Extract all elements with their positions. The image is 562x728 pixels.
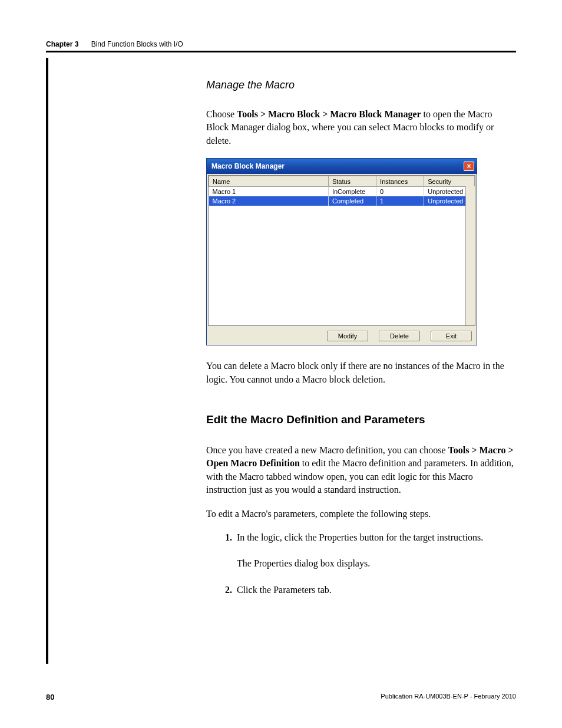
cell-status: InComplete	[328, 187, 376, 196]
table-row[interactable]: Macro 2 Completed 1 Unprotected	[209, 196, 475, 206]
step-body: Click the Parameters tab.	[237, 584, 515, 597]
subheading-manage-macro: Manage the Macro	[206, 79, 515, 91]
step-2: 2. Click the Parameters tab.	[219, 584, 515, 597]
step-body: In the logic, click the Properties butto…	[237, 531, 515, 571]
cell-instances: 1	[376, 196, 424, 206]
table-row[interactable]: Macro 1 InComplete 0 Unprotected	[209, 187, 475, 196]
delete-button[interactable]: Delete	[379, 331, 420, 341]
paragraph-steps-lead: To edit a Macro's parameters, complete t…	[206, 508, 515, 521]
modify-button[interactable]: Modify	[327, 331, 368, 341]
header-rule	[46, 51, 516, 52]
step-sub: The Properties dialog box displays.	[237, 557, 515, 570]
col-status[interactable]: Status	[328, 176, 376, 187]
grid-header-row: Name Status Instances Security	[209, 176, 475, 187]
paragraph-delete-note: You can delete a Macro block only if the…	[206, 360, 515, 386]
vertical-scrollbar[interactable]	[465, 186, 475, 325]
cell-name: Macro 1	[209, 187, 329, 196]
para1-pre: Choose	[206, 109, 237, 119]
cell-status: Completed	[328, 196, 376, 206]
step-text: Click the Parameters tab.	[237, 585, 332, 595]
cell-name: Macro 2	[209, 196, 329, 206]
page-header: Chapter 3 Bind Function Blocks with I/O	[46, 40, 516, 48]
paragraph-open-definition: Once you have created a new Macro defini…	[206, 444, 515, 497]
para3-pre: Once you have created a new Macro defini…	[206, 445, 448, 455]
col-instances[interactable]: Instances	[376, 176, 424, 187]
para1-bold: Tools > Macro Block > Macro Block Manage…	[237, 109, 421, 119]
main-content: Manage the Macro Choose Tools > Macro Bl…	[206, 79, 515, 610]
dialog-title: Macro Block Manager	[211, 162, 285, 170]
publication-info: Publication RA-UM003B-EN-P - February 20…	[381, 693, 516, 701]
col-name[interactable]: Name	[209, 176, 329, 187]
col-security[interactable]: Security	[424, 176, 475, 187]
paragraph-intro: Choose Tools > Macro Block > Macro Block…	[206, 108, 515, 147]
exit-button[interactable]: Exit	[431, 331, 472, 341]
page-number: 80	[46, 693, 54, 701]
macro-grid: Name Status Instances Security Macro 1 I…	[208, 175, 475, 326]
dialog-titlebar[interactable]: Macro Block Manager ×	[207, 159, 477, 174]
close-icon[interactable]: ×	[464, 162, 474, 171]
macro-block-manager-dialog: Macro Block Manager × Name Status Instan…	[206, 158, 477, 345]
step-number: 1.	[219, 531, 232, 571]
chapter-number: Chapter 3	[46, 40, 78, 48]
chapter-title: Bind Function Blocks with I/O	[91, 40, 183, 48]
change-bar	[46, 58, 48, 664]
page-footer: 80 Publication RA-UM003B-EN-P - February…	[46, 693, 516, 701]
step-number: 2.	[219, 584, 232, 597]
dialog-body: Name Status Instances Security Macro 1 I…	[207, 174, 477, 327]
step-1: 1. In the logic, click the Properties bu…	[219, 531, 515, 571]
cell-instances: 0	[376, 187, 424, 196]
section-heading-edit: Edit the Macro Definition and Parameters	[206, 413, 515, 426]
step-list: 1. In the logic, click the Properties bu…	[219, 531, 515, 597]
step-text: In the logic, click the Properties butto…	[237, 532, 483, 542]
dialog-footer: Modify Delete Exit	[207, 327, 477, 345]
